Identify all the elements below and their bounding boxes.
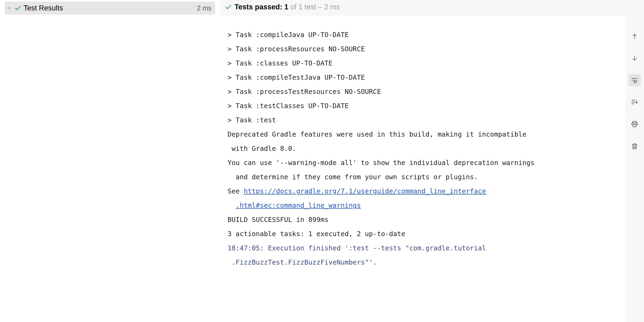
pass-check-icon — [225, 3, 232, 10]
test-summary-text: Tests passed: 1 of 1 test – 2 ms — [235, 3, 340, 11]
gradle-docs-link[interactable]: .html#sec:command_line_warnings — [236, 202, 361, 209]
console-text: See — [228, 187, 244, 195]
scroll-to-end-button[interactable] — [628, 96, 641, 108]
console-line: > Task :classes UP-TO-DATE — [228, 56, 618, 70]
console-line: BUILD SUCCESSFUL in 899ms — [228, 213, 618, 227]
console-output[interactable]: > Task :compileJava UP-TO-DATE> Task :pr… — [220, 16, 625, 322]
test-root-label: Test Results — [24, 4, 195, 12]
console-line: and determine if they come from your own… — [228, 170, 618, 184]
summary-prefix: Tests passed: — [235, 3, 282, 11]
console-line: 3 actionable tasks: 1 executed, 2 up-to-… — [228, 227, 618, 241]
console-line: > Task :testClasses UP-TO-DATE — [228, 99, 618, 113]
output-main: Tests passed: 1 of 1 test – 2 ms > Task … — [220, 0, 625, 322]
scroll-up-button[interactable] — [628, 30, 641, 42]
test-tree-panel: Test Results 2 ms — [0, 0, 220, 322]
console-line: See https://docs.gradle.org/7.1/userguid… — [228, 184, 618, 198]
console-line: > Task :processTestResources NO-SOURCE — [228, 85, 618, 99]
console-line: You can use '--warning-mode all' to show… — [228, 156, 618, 170]
svg-rect-1 — [633, 125, 636, 127]
console-finished-line: .FizzBuzzTest.FizzBuzzFiveNumbers"'. — [228, 255, 618, 269]
console-line: with Gradle 8.0. — [228, 141, 618, 156]
soft-wrap-button[interactable] — [628, 74, 641, 86]
console-toolbar — [625, 0, 644, 322]
summary-count: 1 — [284, 3, 288, 11]
console-line: > Task :test — [228, 113, 618, 127]
summary-of: of 1 test – 2 ms — [290, 3, 340, 11]
console-line: > Task :compileTestJava UP-TO-DATE — [228, 70, 618, 85]
test-tree-root-row[interactable]: Test Results 2 ms — [5, 2, 215, 14]
scroll-down-button[interactable] — [628, 52, 641, 64]
chevron-down-icon — [6, 5, 12, 11]
test-root-duration: 2 ms — [197, 4, 211, 12]
console-line: > Task :processResources NO-SOURCE — [228, 42, 618, 56]
clear-button[interactable] — [628, 140, 641, 152]
gradle-docs-link[interactable]: https://docs.gradle.org/7.1/userguide/co… — [244, 187, 486, 195]
console-finished-line: 18:47:05: Execution finished ':test --te… — [228, 241, 618, 255]
console-line: Deprecated Gradle features were used in … — [228, 127, 618, 141]
test-summary-header: Tests passed: 1 of 1 test – 2 ms — [220, 0, 625, 16]
console-line: > Task :compileJava UP-TO-DATE — [228, 28, 618, 42]
console-line: .html#sec:command_line_warnings — [228, 198, 618, 213]
output-area: Tests passed: 1 of 1 test – 2 ms > Task … — [220, 0, 644, 322]
pass-check-icon — [14, 5, 21, 12]
print-button[interactable] — [628, 118, 641, 130]
